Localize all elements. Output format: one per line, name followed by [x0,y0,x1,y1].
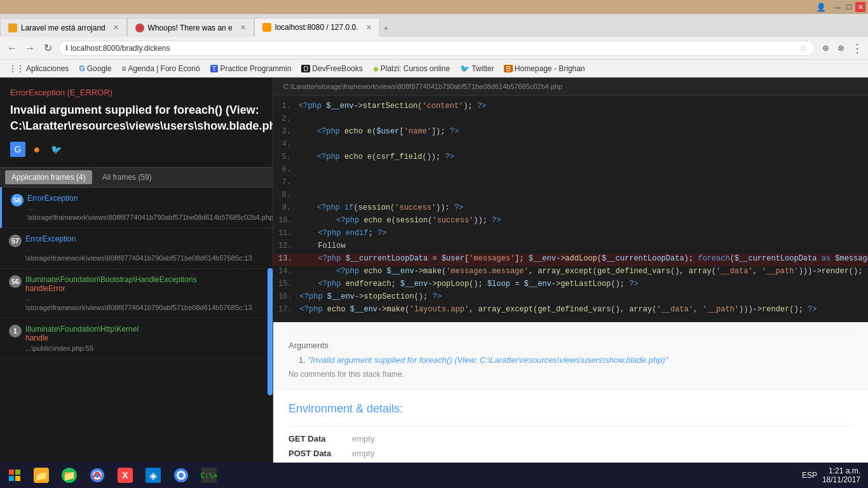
twitter-share-icon[interactable]: 🐦 [48,142,64,157]
bookmark-practice[interactable]: T Practice Programmin [207,63,295,74]
back-button[interactable]: ← [5,41,19,55]
bookmark-agenda-label: Agenda | Foro Econó [128,64,200,73]
code-line-14: 14. <?php echo $__env->make('messages.me… [273,266,868,279]
taskbar-vscode[interactable]: ◈ [140,464,166,487]
stack-frame-56[interactable]: 56 Illuminate\Foundation\Bootstrap\Handl… [0,269,273,318]
bookmark-agenda[interactable]: ≡ Agenda | Foro Econó [118,63,203,74]
bookmark-devfree[interactable]: D DevFreeBooks [297,63,366,74]
code-line-6: 6. [273,165,868,177]
bookmark-twitter[interactable]: 🐦 Twitter [456,63,498,74]
env-key-post: POST Data [288,449,352,458]
svg-rect-3 [15,476,20,481]
ext-icon-2[interactable]: ⊗ [834,41,848,55]
taskbar-spotify[interactable]: 📁 [56,464,83,487]
svg-rect-1 [15,470,20,475]
url-bar[interactable]: ℹ localhost:8000/bradly.dickens ☆ [58,41,815,56]
taskbar-xampp[interactable]: X [112,464,139,487]
agenda-icon: ≡ [121,64,126,73]
argument-value-1: "Invalid argument supplied for foreach()… [308,355,668,365]
tab-close-3[interactable]: ✕ [366,24,372,32]
homepage-icon: B [504,65,512,72]
env-key-get: GET Data [288,434,352,444]
chrome-icon-2 [173,468,189,483]
frame-number-56: 56 [9,275,22,288]
security-icon: ℹ [65,44,68,52]
stack-frame-58[interactable]: 58 ErrorException ... \storage\framework… [0,187,273,228]
close-button[interactable]: ✕ [855,2,865,12]
env-value-get: empty [352,434,374,444]
spotify-icon: 📁 [62,468,77,483]
svg-rect-2 [9,476,14,481]
svg-rect-0 [9,470,14,475]
start-button[interactable] [3,464,27,487]
error-message: Invalid argument supplied for foreach() … [10,102,262,134]
info-panel: Arguments 1. "Invalid argument supplied … [273,322,868,389]
frame-number-57: 57 [9,234,22,247]
frame-path-58: \storage\framework\views\808f8774041b790… [27,214,264,221]
address-bar: ← → ↻ ℹ localhost:8000/bradly.dickens ☆ … [0,37,868,60]
chrome-menu-button[interactable]: ⋮ [851,41,863,55]
tab-favicon-2 [135,24,144,32]
tab-favicon-1 [8,24,17,32]
tab-2[interactable]: Whoops! There was an e ✕ [127,18,254,37]
chrome-icon-1 [90,468,105,483]
tab-1[interactable]: Laravel me está arrojand ✕ [0,18,127,37]
error-type: ErrorException (E_ERROR) [10,88,262,97]
tab-close-2[interactable]: ✕ [240,24,246,32]
titlebar-user-icon: 👤 [816,3,826,12]
forward-button[interactable]: → [23,41,37,55]
bookmark-platzi-label: Platzi: Cursos online [381,64,450,73]
bookmark-homepage[interactable]: B Homepage - Brighan [500,63,588,74]
left-panel-scrollbar[interactable] [268,268,273,395]
stack-frames-list: 58 ErrorException ... \storage\framework… [0,187,273,359]
stack-frame-57[interactable]: 57 ErrorException ... \storage\framework… [0,228,273,269]
stack-frame-1[interactable]: 1 Illuminate\Foundation\Http\Kernel hand… [0,318,273,359]
frame-number-58: 58 [11,194,24,207]
twitter-bird-icon: 🐦 [460,64,470,73]
taskbar-right: ESP 1:21 a.m. 18/11/2017 [802,466,865,484]
bookmark-google[interactable]: G Google [75,63,115,74]
url-text: localhost:8000/bradly.dickens [71,44,170,53]
bookmark-platzi[interactable]: ◆ Platzi: Cursos online [369,63,454,74]
frame-method-56: handleError [25,284,264,293]
code-line-11: 11. <?php endif; ?> [273,228,868,241]
taskbar-cmd[interactable]: C:\> [196,464,222,487]
minimize-button[interactable]: — [832,2,843,12]
all-frames-button[interactable]: All frames (59) [96,170,158,184]
stackoverflow-icon[interactable]: ● [29,142,44,157]
new-tab-button[interactable]: + [380,19,393,37]
code-line-9: 9. <?php if(session('success')): ?> [273,203,868,215]
tabs-bar: Laravel me está arrojand ✕ Whoops! There… [0,14,868,37]
env-row-post: POST Data empty [288,449,853,458]
ext-icon-1[interactable]: ⊕ [818,41,832,55]
cmd-icon: C:\> [201,468,217,483]
bookmark-apps[interactable]: ⋮⋮ Aplicaciones [5,63,72,74]
maximize-button[interactable]: ☐ [844,2,854,12]
frame-class-1: Illuminate\Foundation\Http\Kernel [25,325,264,334]
bookmark-star-icon[interactable]: ☆ [799,43,808,53]
xampp-icon: X [118,468,133,483]
taskbar-explorer[interactable]: 📁 [28,464,55,487]
extension-buttons: ⊕ ⊗ [818,41,848,55]
tab-close-1[interactable]: ✕ [113,24,119,32]
code-line-1: 1. <?php $__env->startSection('content')… [273,101,868,114]
taskbar-chrome-1[interactable] [84,464,111,487]
argument-item-1: 1. "Invalid argument supplied for foreac… [288,355,853,365]
frame-class-58: ErrorException [27,194,264,203]
environment-title: Environment & details: [288,402,853,416]
tab-3[interactable]: localhost:8080 / 127.0.0. ✕ [254,18,380,37]
bookmarks-bar: ⋮⋮ Aplicaciones G Google ≡ Agenda | Foro… [0,60,868,78]
env-divider-1 [288,426,853,426]
code-line-10: 10. <?php echo e(session('success')); ?> [273,215,868,228]
taskbar-chrome-2[interactable] [168,464,194,487]
tab-title-3: localhost:8080 / 127.0.0. [275,23,358,32]
frame-path-56: \storage\framework\views\808f8774041b790… [25,304,264,311]
code-line-16: 16. <?php $__env->stopSection(); ?> [273,292,868,304]
app-frames-button[interactable]: Application frames (4) [5,170,92,184]
google-share-icon[interactable]: G [10,142,25,157]
error-header: ErrorException (E_ERROR) Invalid argumen… [0,78,273,167]
apps-icon: ⋮⋮ [9,64,24,73]
tab-title-1: Laravel me está arrojand [21,24,105,32]
explorer-icon: 📁 [34,468,49,483]
refresh-button[interactable]: ↻ [41,41,55,55]
